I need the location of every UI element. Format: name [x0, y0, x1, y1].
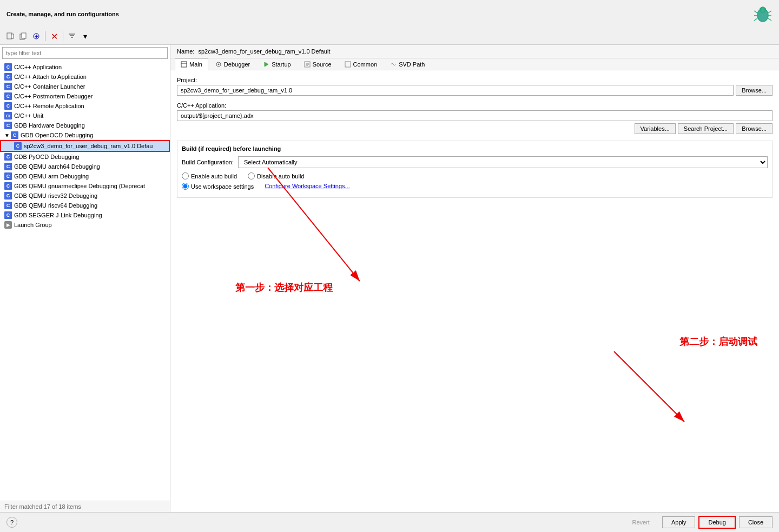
ci-icon: Ci	[4, 112, 12, 119]
toolbar-separator-1	[45, 31, 45, 41]
debugger-tab-icon	[215, 61, 222, 68]
project-input[interactable]	[177, 85, 734, 96]
tree-item-label: GDB Hardware Debugging	[14, 122, 85, 129]
tree-item-cpp-postmortem[interactable]: C C/C++ Postmortem Debugger	[0, 91, 170, 101]
radio-workspace[interactable]: Use workspace settings	[182, 183, 254, 190]
dropdown-button[interactable]: ▾	[79, 30, 91, 42]
tab-main[interactable]: Main	[175, 58, 208, 70]
delete-config-button[interactable]: ✕	[48, 30, 60, 42]
startup-tab-icon	[263, 61, 269, 68]
svg-point-24	[217, 64, 219, 65]
app-input[interactable]	[177, 110, 773, 121]
configure-workspace-link[interactable]: Configure Workspace Settings...	[265, 183, 350, 190]
tab-common[interactable]: Common	[339, 58, 384, 70]
tree-item-gdb-segger[interactable]: C GDB SEGGER J-Link Debugging	[0, 210, 170, 220]
export-config-button[interactable]	[30, 30, 42, 42]
group-icon: ▶	[4, 221, 12, 229]
variables-button[interactable]: Variables...	[635, 123, 676, 134]
right-panel: Name: sp2cw3_demo_for_user_debug_ram_v1.…	[170, 45, 779, 512]
tree-item-cpp-remote[interactable]: C C/C++ Remote Application	[0, 101, 170, 111]
svg-rect-21	[181, 62, 187, 67]
tree-item-label: C/C++ Attach to Application	[14, 74, 87, 80]
tree-item-label: C/C++ Postmortem Debugger	[14, 93, 93, 99]
radio-group: Enable auto build Disable auto build	[182, 172, 768, 179]
tab-debugger[interactable]: Debugger	[209, 58, 256, 70]
svg-line-5	[768, 11, 771, 13]
new-config-button[interactable]	[4, 30, 16, 42]
window: Create, manage, and run configurations	[0, 0, 779, 532]
radio-enable-auto[interactable]: Enable auto build	[182, 172, 237, 179]
tree-item-gdb-qemu-riscv32[interactable]: C GDB QEMU riscv32 Debugging	[0, 191, 170, 201]
annotation-step2: 第二步：启动调试	[679, 335, 757, 348]
tree-item-label: C/C++ Container Launcher	[14, 83, 85, 90]
bottom-bar: ? Revert Apply Debug Close	[0, 512, 779, 532]
tree-item-label: C/C++ Application	[14, 64, 62, 70]
tree-item-label: GDB PyOCD Debugging	[14, 154, 79, 160]
tree-item-gdb-qemu-gnuarm[interactable]: C GDB QEMU gnuarmeclipse Debugging (Depr…	[0, 181, 170, 191]
left-panel: C C/C++ Application C C/C++ Attach to Ap…	[0, 45, 170, 512]
svg-point-9	[764, 8, 766, 11]
bottom-right: Revert Apply Debug Close	[623, 516, 773, 529]
toolbar: ✕ ▾	[0, 28, 779, 45]
app-group: C/C++ Application: Variables... Search P…	[177, 102, 773, 134]
tree-item-cpp-attach[interactable]: C C/C++ Attach to Application	[0, 72, 170, 82]
browse-app-button[interactable]: Browse...	[736, 123, 773, 134]
help-button[interactable]: ?	[6, 517, 17, 528]
svg-point-8	[760, 8, 762, 11]
filter-input[interactable]	[2, 47, 168, 59]
tab-startup[interactable]: Startup	[257, 58, 296, 70]
radio-enable-auto-input[interactable]	[182, 172, 189, 179]
tree-item-label: GDB OpenOCD Debugging	[21, 132, 94, 138]
c-icon: C	[4, 172, 12, 180]
filter-status: Filter matched 17 of 18 items	[0, 501, 170, 512]
tree-item-gdb-qemu-aarch64[interactable]: C GDB QEMU aarch64 Debugging	[0, 162, 170, 171]
name-value: sp2cw3_demo_for_user_debug_ram_v1.0 Defa…	[198, 48, 330, 55]
app-buttons: Variables... Search Project... Browse...	[177, 123, 773, 134]
revert-button[interactable]: Revert	[623, 516, 659, 528]
tree-item-gdb-hw[interactable]: C GDB Hardware Debugging	[0, 121, 170, 130]
tree-item-cpp-container[interactable]: C C/C++ Container Launcher	[0, 82, 170, 91]
tree-item-gdb-qemu-arm[interactable]: C GDB QEMU arm Debugging	[0, 171, 170, 181]
apply-button[interactable]: Apply	[662, 516, 696, 528]
radio-workspace-input[interactable]	[182, 183, 189, 190]
radio-disable-auto[interactable]: Disable auto build	[248, 172, 304, 179]
tree-item-label: C/C++ Unit	[14, 112, 43, 119]
tree-item-sp2cw3[interactable]: C sp2cw3_demo_for_user_debug_ram_v1.0 De…	[0, 140, 170, 152]
tree-item-label: GDB QEMU aarch64 Debugging	[14, 163, 100, 170]
browse-project-button[interactable]: Browse...	[736, 85, 773, 96]
debug-button[interactable]: Debug	[698, 516, 735, 529]
radio-disable-auto-input[interactable]	[248, 172, 255, 179]
toolbar-separator-2	[63, 31, 63, 41]
tab-svd-path[interactable]: SVD Path	[384, 58, 431, 70]
window-title: Create, manage, and run configurations	[6, 11, 119, 17]
filter-button[interactable]	[66, 30, 78, 42]
duplicate-config-button[interactable]	[17, 30, 29, 42]
app-label: C/C++ Application:	[177, 102, 773, 109]
svg-rect-30	[345, 62, 351, 67]
tree-item-launch-group[interactable]: ▶ Launch Group	[0, 220, 170, 230]
tree-item-gdb-pyocd[interactable]: C GDB PyOCD Debugging	[0, 152, 170, 162]
search-project-button[interactable]: Search Project...	[678, 123, 734, 134]
tree-item-label: GDB QEMU riscv64 Debugging	[14, 202, 97, 209]
tree-item-cpp-app[interactable]: C C/C++ Application	[0, 62, 170, 72]
build-config-label: Build Configuration:	[182, 159, 234, 165]
main-content: C C/C++ Application C C/C++ Attach to Ap…	[0, 45, 779, 512]
main-tab-icon	[181, 61, 187, 68]
c-icon: C	[4, 102, 12, 110]
c-icon: C	[4, 92, 12, 100]
bug-icon	[753, 4, 773, 24]
tree-category-openocd[interactable]: ▼ C GDB OpenOCD Debugging	[0, 130, 170, 140]
c-icon: C	[4, 63, 12, 71]
tree-item-cpp-unit[interactable]: Ci C/C++ Unit	[0, 111, 170, 121]
tree-item-gdb-qemu-riscv64[interactable]: C GDB QEMU riscv64 Debugging	[0, 201, 170, 210]
name-label: Name:	[177, 48, 194, 55]
tree-item-label: GDB QEMU gnuarmeclipse Debugging (Deprec…	[14, 183, 145, 189]
tab-source[interactable]: Source	[298, 58, 338, 70]
close-button[interactable]: Close	[739, 516, 773, 528]
source-tab-icon	[304, 61, 311, 68]
tabs: Main Debugger Startup Source Common	[170, 58, 779, 70]
build-config-select[interactable]: Select Automatically	[238, 156, 768, 168]
build-section: Build (if required) before launching Bui…	[177, 141, 773, 198]
tree-item-label: GDB QEMU riscv32 Debugging	[14, 192, 97, 199]
project-label: Project:	[177, 77, 773, 83]
